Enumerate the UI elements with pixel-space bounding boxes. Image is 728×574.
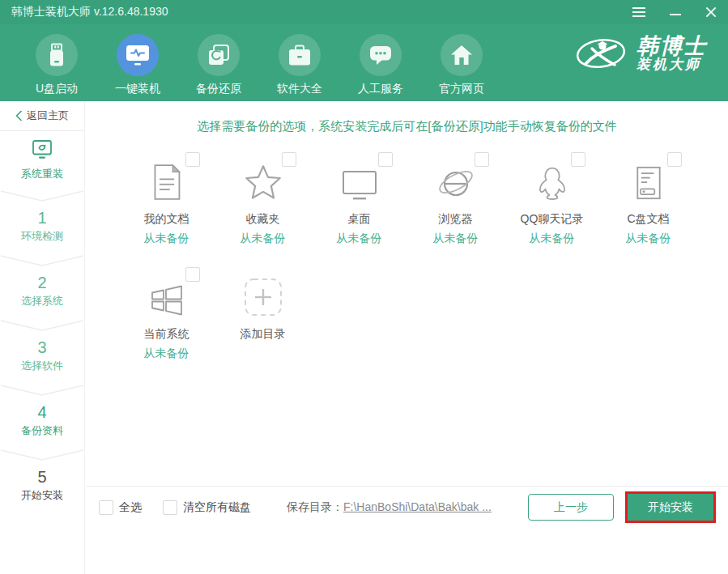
nav-label: 人工服务 [358, 82, 403, 96]
chevron-left-icon [15, 110, 23, 121]
logo-line1: 韩博士 [636, 35, 707, 57]
footer-bar: 全选 清空所有磁盘 保存目录：F:\HanBoShi\Data\Bak\bak … [86, 486, 728, 528]
checkbox[interactable] [667, 152, 682, 167]
add-directory-icon [243, 275, 283, 317]
item-status: 从未备份 [337, 232, 382, 246]
item-status: 从未备份 [530, 232, 575, 246]
sidebar-step-backup-data: 4 备份资料 [0, 403, 84, 440]
backup-item-desktop[interactable]: 桌面 从未备份 [311, 151, 407, 266]
install-button-highlight: 开始安装 [625, 491, 716, 523]
nav-label: 一键装机 [115, 82, 160, 96]
c-drive-doc-icon [632, 160, 666, 202]
select-all-checkbox[interactable] [99, 500, 113, 515]
checkbox[interactable] [571, 152, 585, 167]
briefcase-icon [279, 34, 321, 76]
nav-label: 备份还原 [196, 82, 241, 96]
nav-item-support[interactable]: 人工服务 [340, 24, 421, 101]
item-label: 当前系统 [144, 327, 189, 342]
backup-item-browser[interactable]: 浏览器 从未备份 [407, 151, 504, 266]
item-status: 从未备份 [144, 232, 189, 246]
step-label: 选择软件 [0, 359, 84, 373]
step-divider-chevron [0, 449, 84, 461]
checkbox[interactable] [378, 152, 393, 167]
titlebar: 韩博士装机大师 v.12.6.48.1930 [0, 0, 728, 24]
home-icon [441, 34, 483, 76]
sidebar-step-choose-software: 3 选择软件 [0, 338, 84, 376]
nav-item-one-key-install[interactable]: 一键装机 [97, 24, 178, 101]
start-install-button[interactable]: 开始安装 [628, 494, 713, 521]
step-divider-chevron [0, 254, 84, 267]
sidebar-step-choose-system: 2 选择系统 [0, 274, 84, 311]
step-divider-chevron [0, 189, 84, 202]
usb-icon [36, 34, 78, 76]
document-icon [151, 160, 183, 202]
menu-icon[interactable] [632, 7, 645, 17]
save-directory-label: 保存目录： [287, 500, 343, 513]
desktop-icon [340, 160, 379, 202]
backup-item-current-system[interactable]: 当前系统 从未备份 [118, 266, 215, 381]
item-label: 我的文档 [144, 212, 189, 227]
clear-all-disks-checkbox[interactable] [163, 500, 177, 515]
step-divider-chevron [0, 384, 84, 397]
step-divider-chevron [0, 319, 84, 332]
backup-item-favorites[interactable]: 收藏夹 从未备份 [215, 151, 311, 266]
system-reinstall-icon [31, 139, 53, 160]
minimize-icon[interactable] [670, 14, 681, 15]
checkbox[interactable] [475, 152, 489, 167]
item-status: 从未备份 [626, 232, 671, 246]
backup-restore-icon [198, 34, 240, 76]
item-status: 从未备份 [144, 347, 189, 361]
checkbox[interactable] [282, 152, 296, 167]
app-window: 韩博士装机大师 v.12.6.48.1930 U盘启动 [0, 0, 728, 574]
backup-item-c-drive-docs[interactable]: C盘文档 从未备份 [600, 151, 696, 266]
sidebar-step-env-check: 1 环境检测 [0, 209, 84, 246]
sidebar-item-label: 系统重装 [0, 167, 84, 181]
nav-label: 官方网页 [439, 82, 484, 96]
step-label: 环境检测 [0, 229, 84, 244]
save-directory-link[interactable]: F:\HanBoShi\Data\Bak\bak ... [343, 500, 492, 513]
previous-step-button[interactable]: 上一步 [528, 494, 614, 521]
nav-label: U盘启动 [36, 82, 78, 96]
add-directory-button[interactable]: 添加目录 [215, 266, 311, 381]
step-number: 5 [0, 468, 84, 486]
nav-item-usb-boot[interactable]: U盘启动 [16, 24, 97, 101]
item-label: 收藏夹 [246, 212, 280, 227]
logo-figure-icon [575, 34, 627, 73]
back-label: 返回主页 [27, 108, 69, 123]
back-to-home-button[interactable]: 返回主页 [0, 101, 84, 131]
select-all-label: 全选 [119, 500, 142, 515]
item-label: C盘文档 [627, 212, 669, 227]
save-directory: 保存目录：F:\HanBoShi\Data\Bak\bak ... [287, 500, 492, 515]
item-label: 浏览器 [439, 212, 473, 227]
backup-item-qq-history[interactable]: QQ聊天记录 从未备份 [504, 151, 600, 266]
step-label: 选择系统 [0, 294, 84, 308]
backup-item-my-documents[interactable]: 我的文档 从未备份 [118, 151, 215, 266]
nav-item-software[interactable]: 软件大全 [259, 24, 340, 101]
sidebar-item-system-reinstall[interactable]: 系统重装 [0, 139, 84, 181]
sidebar: 返回主页 系统重装 1 环境检测 2 选择系统 [0, 101, 85, 574]
step-number: 1 [0, 209, 84, 227]
close-icon[interactable] [705, 6, 717, 18]
nav-item-official-site[interactable]: 官方网页 [421, 24, 502, 101]
chat-icon [360, 34, 402, 76]
item-label: 添加目录 [241, 327, 286, 342]
clear-all-disks-label: 清空所有磁盘 [183, 500, 251, 515]
monitor-pulse-icon [117, 34, 159, 76]
item-label: QQ聊天记录 [521, 212, 584, 227]
nav-item-backup-restore[interactable]: 备份还原 [178, 24, 259, 101]
logo-line2: 装机大师 [636, 57, 707, 72]
brand-logo: 韩博士 装机大师 [575, 34, 707, 73]
checkbox[interactable] [185, 267, 200, 282]
step-number: 2 [0, 274, 84, 291]
ie-browser-icon [436, 160, 476, 202]
window-title: 韩博士装机大师 v.12.6.48.1930 [11, 5, 168, 19]
step-number: 3 [0, 338, 84, 356]
step-number: 4 [0, 403, 84, 421]
nav-label: 软件大全 [277, 82, 322, 96]
qq-penguin-icon [534, 160, 570, 202]
checkbox[interactable] [185, 152, 200, 167]
item-label: 桌面 [348, 212, 371, 227]
item-status: 从未备份 [241, 232, 286, 246]
sidebar-step-start-install: 5 开始安装 [0, 468, 84, 505]
step-label: 备份资料 [0, 423, 84, 438]
